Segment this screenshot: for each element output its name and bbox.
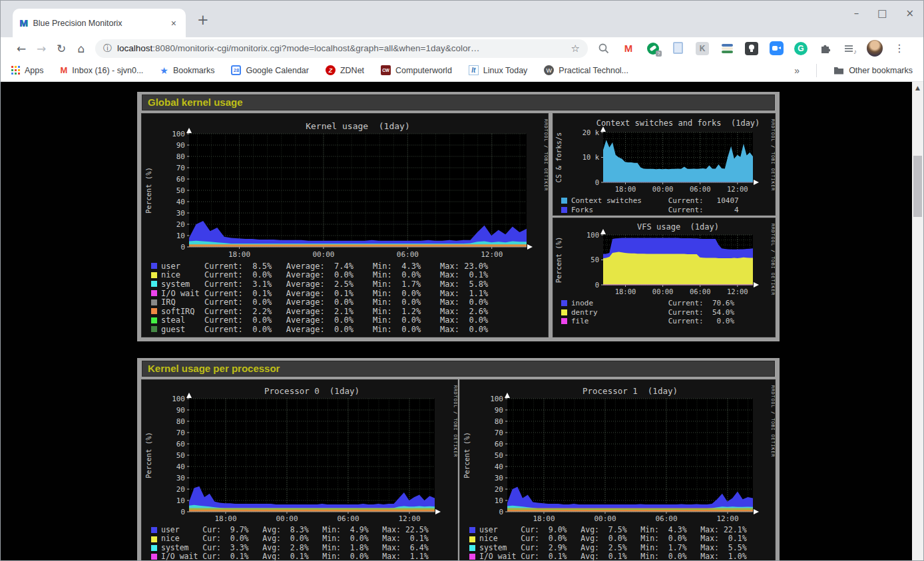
processor-1-graph[interactable]: 010203040506070809010018:0000:0006:0012:… [460, 380, 775, 560]
legend-swatch [469, 545, 475, 551]
bookmark-item-practical-tech[interactable]: W Practical Technol... [544, 65, 628, 75]
vfs-legend: inode Current: 70.6%dentry Current: 54.0… [561, 299, 734, 326]
context-switches-graph[interactable]: 010 k20 k18:0000:0006:0012:00Context swi… [553, 114, 775, 215]
svg-text:80: 80 [176, 152, 185, 161]
svg-text:18:00: 18:00 [615, 287, 636, 295]
media-playlist-icon[interactable]: ♪ [842, 41, 858, 57]
svg-text:RRDTOOL / TOBI OETIKER: RRDTOOL / TOBI OETIKER [453, 385, 457, 457]
bookmark-star-icon[interactable]: ☆ [571, 43, 580, 55]
phone-icon [647, 43, 659, 55]
legend-row: steal Current: 0.0% Average: 0.0% Min: 0… [151, 316, 488, 325]
legend-text: steal Current: 0.0% Average: 0.0% Min: 0… [161, 316, 488, 324]
svg-text:12:00: 12:00 [716, 514, 738, 523]
legend-row: dentry Current: 54.0% [561, 308, 734, 317]
legend-swatch [151, 536, 157, 542]
calendar-icon: 28 [231, 65, 241, 75]
svg-text:RRDTOOL / TOBI OETIKER: RRDTOOL / TOBI OETIKER [770, 224, 775, 295]
svg-text:20: 20 [495, 485, 503, 494]
svg-text:00:00: 00:00 [594, 514, 616, 523]
svg-text:50: 50 [176, 451, 185, 460]
svg-text:00:00: 00:00 [652, 185, 674, 193]
grammarly-icon[interactable]: G [793, 41, 809, 57]
section-global-kernel-usage: Global kernel usage 01020304050607080901… [137, 92, 780, 341]
scrollbar-up-arrow-icon[interactable]: ▲ [912, 82, 923, 91]
svg-text:Percent (%): Percent (%) [144, 167, 152, 214]
copy-pages-icon[interactable] [670, 41, 686, 57]
svg-text:18:00: 18:00 [228, 250, 250, 259]
bookmark-label: Other bookmarks [849, 66, 913, 75]
bookmark-item-bookmarks[interactable]: ★ Bookmarks [160, 65, 214, 76]
legend-row: Forks Current: 4 [561, 206, 739, 215]
titlebar: M Blue Precision Monitorix × + – □ × [1, 1, 923, 37]
bookmark-item-calendar[interactable]: 28 Google Calendar [231, 65, 309, 75]
home-icon[interactable]: ⌂ [71, 42, 91, 55]
url-text: localhost:8080/monitorix-cgi/monitorix.c… [117, 43, 479, 53]
svg-text:20 k: 20 k [582, 128, 600, 136]
minimize-icon[interactable]: – [854, 7, 859, 19]
stack-extension-icon[interactable] [719, 41, 735, 57]
legend-text: softIRQ Current: 2.2% Average: 2.1% Min:… [161, 307, 488, 315]
legend-swatch [151, 308, 157, 314]
lamp-extension-icon[interactable] [744, 41, 760, 57]
reload-icon[interactable]: ↻ [51, 42, 71, 55]
new-tab-button[interactable]: + [197, 12, 209, 28]
forward-icon[interactable]: → [31, 42, 51, 55]
svg-text:70: 70 [495, 429, 503, 437]
legend-swatch [151, 290, 157, 296]
extensions-puzzle-icon[interactable] [817, 41, 833, 57]
legend-text: inode Current: 70.6% [571, 299, 734, 307]
scrollbar-thumb[interactable] [913, 156, 922, 217]
legend-swatch [151, 317, 157, 323]
legend-text: nice Cur: 0.0% Avg: 0.0% Min: 0.0% Max: … [479, 535, 747, 543]
svg-text:18:00: 18:00 [533, 514, 555, 523]
svg-text:10: 10 [176, 496, 185, 505]
svg-text:Percent (%): Percent (%) [144, 432, 152, 478]
gmail-icon[interactable]: M [620, 41, 636, 57]
legend-swatch [151, 281, 157, 287]
vertical-scrollbar[interactable]: ▲ [912, 82, 923, 560]
svg-text:18:00: 18:00 [214, 514, 236, 523]
other-bookmarks-button[interactable]: Other bookmarks [833, 66, 913, 75]
legend-text: file Current: 0.0% [571, 317, 734, 325]
apps-shortcut[interactable]: Apps [11, 66, 44, 75]
bookmark-item-linuxtoday[interactable]: lt Linux Today [469, 65, 528, 75]
search-extension-icon[interactable] [596, 41, 612, 57]
zoom-extension-icon[interactable] [768, 41, 784, 57]
svg-text:12:00: 12:00 [481, 250, 503, 259]
svg-text:10: 10 [495, 496, 503, 505]
kernel-usage-graph[interactable]: 010203040506070809010018:0000:0006:0012:… [142, 114, 548, 337]
page-info-icon[interactable]: ⓘ [103, 43, 112, 55]
svg-text:90: 90 [176, 406, 185, 415]
profile-avatar[interactable] [867, 41, 883, 57]
google-voice-icon[interactable] [645, 41, 661, 57]
browser-tab[interactable]: M Blue Precision Monitorix × [13, 9, 186, 37]
window-close-icon[interactable]: × [905, 7, 914, 19]
window-controls: – □ × [854, 7, 914, 19]
chrome-menu-icon[interactable]: ⋮ [891, 41, 907, 57]
processor-0-graph[interactable]: 010203040506070809010018:0000:0006:0012:… [142, 380, 457, 560]
svg-text:06:00: 06:00 [655, 514, 677, 523]
url-bar[interactable]: ⓘ localhost:8080/monitorix-cgi/monitorix… [95, 39, 588, 58]
k-extension-icon[interactable]: K [694, 41, 710, 57]
legend-row: user Current: 8.5% Average: 7.4% Min: 4.… [151, 262, 488, 271]
svg-text:Processor 0 (1day): Processor 0 (1day) [264, 386, 359, 396]
tab-close-icon[interactable]: × [168, 18, 179, 29]
svg-text:50: 50 [495, 451, 503, 460]
vfs-usage-graph[interactable]: 05010018:0000:0006:0012:00VFS usage (1da… [553, 218, 775, 337]
svg-text:40: 40 [495, 463, 503, 471]
svg-text:RRDTOOL / TOBI OETIKER: RRDTOOL / TOBI OETIKER [543, 119, 548, 191]
legend-text: user Cur: 9.7% Avg: 8.3% Min: 4.9% Max: … [161, 526, 429, 534]
bookmarks-overflow-icon[interactable]: » [794, 65, 800, 76]
legend-swatch [561, 198, 567, 204]
bookmark-item-zdnet[interactable]: Z ZDNet [326, 65, 364, 75]
svg-text:0: 0 [499, 508, 503, 516]
bookmark-item-inbox[interactable]: M Inbox (16) - sjvn0... [61, 65, 144, 75]
bookmark-item-computerworld[interactable]: CW Computerworld [381, 65, 452, 75]
browser-toolbar: ← → ↻ ⌂ ⓘ localhost:8080/monitorix-cgi/m… [1, 37, 923, 59]
legend-swatch [561, 207, 567, 213]
context-legend: Context switches Current: 10407Forks Cur… [561, 196, 739, 214]
svg-text:10 k: 10 k [582, 153, 600, 161]
back-icon[interactable]: ← [11, 42, 31, 55]
maximize-icon[interactable]: □ [877, 7, 887, 19]
legend-swatch [151, 326, 157, 332]
